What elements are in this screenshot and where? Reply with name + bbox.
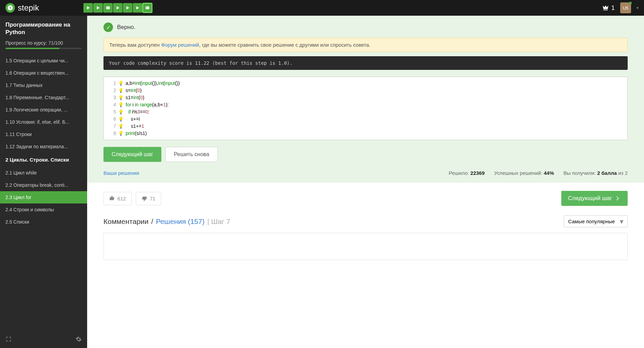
code-line[interactable]: 7💡 s1+=1 xyxy=(104,123,627,130)
status-row: ✓ Верно. xyxy=(103,22,628,32)
logo[interactable]: stepik xyxy=(5,3,39,13)
stats-row: Ваши решения Решило: 22369 Успешных реше… xyxy=(103,170,628,176)
status-text: Верно. xyxy=(117,24,135,31)
sidebar-item[interactable]: 1.11 Строки xyxy=(0,128,87,140)
avatar[interactable]: U5 xyxy=(620,2,631,13)
sidebar-item[interactable]: 1.8 Переменные. Стандарт... xyxy=(0,91,87,104)
code-line[interactable]: 2💡s=int(0) xyxy=(104,87,627,94)
step-label: | Шаг 7 xyxy=(207,217,230,226)
progress-text: Прогресс по курсу: 71/100 xyxy=(5,40,82,46)
upvote-button[interactable]: 612 xyxy=(103,192,132,205)
sidebar-item[interactable]: 1.9 Логические операции, ... xyxy=(0,104,87,116)
chevron-right-icon xyxy=(615,195,621,201)
logo-text: stepik xyxy=(18,3,39,13)
step-tab-7[interactable] xyxy=(143,3,152,13)
crown-badge[interactable]: 1 xyxy=(602,4,615,12)
avatar-text: U5 xyxy=(623,5,629,11)
code-line[interactable]: 3💡s1=int(0) xyxy=(104,94,627,101)
next-step-button[interactable]: Следующий шаг xyxy=(103,147,161,162)
next-step-bottom-button[interactable]: Следующий шаг xyxy=(561,191,628,206)
step-tabs xyxy=(83,3,152,13)
sidebar-header: Программирование на Python Прогресс по к… xyxy=(0,16,87,55)
comments-tab[interactable]: Комментарии xyxy=(103,217,148,226)
code-line[interactable]: 1💡a,b=int(input()),int(input()) xyxy=(104,80,627,87)
sidebar-item[interactable]: 1.6 Операции с веществен... xyxy=(0,67,87,79)
check-icon: ✓ xyxy=(103,22,113,32)
sidebar-item[interactable]: 2.2 Операторы break, conti... xyxy=(0,179,87,191)
result-area: ✓ Верно. Теперь вам доступен Форум решен… xyxy=(87,16,644,183)
retry-button[interactable]: Решить снова xyxy=(165,147,218,162)
sort-select[interactable]: Самые популярные xyxy=(564,215,628,227)
fullscreen-icon[interactable] xyxy=(5,336,12,344)
forum-suffix: , где вы можете сравнить свое решение с … xyxy=(199,42,370,48)
thumbs-down-icon xyxy=(142,196,147,201)
step-tab-1[interactable] xyxy=(83,3,93,13)
sidebar-item[interactable]: 1.7 Типы данных xyxy=(0,79,87,91)
nav-section-2[interactable]: 2 Циклы. Строки. Списки xyxy=(0,153,87,167)
sidebar-item[interactable]: 2.5 Списки xyxy=(0,216,87,228)
complexity-banner: Your code complexity score is 11.22 (bes… xyxy=(103,56,628,70)
step-tab-6[interactable] xyxy=(133,3,142,13)
step-tab-3[interactable] xyxy=(103,3,113,13)
sidebar-item[interactable]: 2.1 Цикл while xyxy=(0,167,87,179)
solved-stat: Решило: 22369 xyxy=(449,170,484,176)
progress-fill xyxy=(5,48,60,49)
sidebar-item[interactable]: 1.5 Операции с целыми чи... xyxy=(0,55,87,67)
chevron-down-icon[interactable]: ▾ xyxy=(637,5,639,10)
sidebar-item[interactable]: 2.3 Цикл for xyxy=(0,191,87,203)
comment-input[interactable] xyxy=(103,233,628,260)
code-line[interactable]: 4💡for i in range(a,b+1): xyxy=(104,101,627,108)
sidebar-item[interactable]: 1.12 Задачи по материала... xyxy=(0,140,87,153)
forum-banner: Теперь вам доступен Форум решений, где в… xyxy=(103,37,628,52)
upvote-count: 612 xyxy=(117,196,126,201)
crown-icon xyxy=(602,4,609,12)
bottom-section: 612 71 Следующий шаг Комментарии / Решен… xyxy=(87,183,644,268)
your-solutions-link[interactable]: Ваши решения xyxy=(103,170,139,176)
course-title: Программирование на Python xyxy=(5,21,82,36)
progress-bar xyxy=(5,48,82,49)
step-tab-5[interactable] xyxy=(123,3,132,13)
gear-icon[interactable] xyxy=(76,336,82,344)
thumbs-up-icon xyxy=(109,196,115,201)
buttons-row: Следующий шаг Решить снова xyxy=(103,147,628,162)
code-line[interactable]: 6💡 s+=i xyxy=(104,116,627,123)
success-stat: Успешных решений: 44% xyxy=(494,170,554,176)
sort-wrap: Самые популярные xyxy=(564,215,628,227)
sidebar: Программирование на Python Прогресс по к… xyxy=(0,16,87,348)
solutions-tab[interactable]: Решения (157) xyxy=(156,217,205,226)
vote-row: 612 71 Следующий шаг xyxy=(103,191,628,206)
crown-count: 1 xyxy=(611,4,615,12)
forum-prefix: Теперь вам доступен xyxy=(109,42,161,48)
comments-header: Комментарии / Решения (157) | Шаг 7 Самы… xyxy=(103,215,628,227)
code-line[interactable]: 8💡print(s/s1) xyxy=(104,130,627,137)
top-header: stepik 1 U5 ▾ xyxy=(0,0,644,16)
sidebar-item[interactable]: 2.4 Строки и символы xyxy=(0,203,87,216)
forum-link[interactable]: Форум решений xyxy=(161,42,199,48)
sidebar-item[interactable]: 1.10 Условия: if, else, elif. Б... xyxy=(0,116,87,128)
code-editor[interactable]: 1💡a,b=int(input()),int(input())2💡s=int(0… xyxy=(103,77,628,140)
score-stat: Вы получили: 2 балла из 2 xyxy=(564,170,628,176)
code-line[interactable]: 5💡 if i%3==0: xyxy=(104,108,627,116)
step-tab-4[interactable] xyxy=(113,3,123,13)
logo-icon xyxy=(5,3,15,13)
downvote-button[interactable]: 71 xyxy=(136,192,161,205)
sidebar-footer xyxy=(0,332,87,348)
downvote-count: 71 xyxy=(150,196,156,201)
stats-right: Решило: 22369 Успешных решений: 44% Вы п… xyxy=(449,170,628,176)
main-content: ✓ Верно. Теперь вам доступен Форум решен… xyxy=(87,16,644,348)
step-tab-2[interactable] xyxy=(93,3,103,13)
header-right: 1 U5 ▾ xyxy=(602,2,639,13)
